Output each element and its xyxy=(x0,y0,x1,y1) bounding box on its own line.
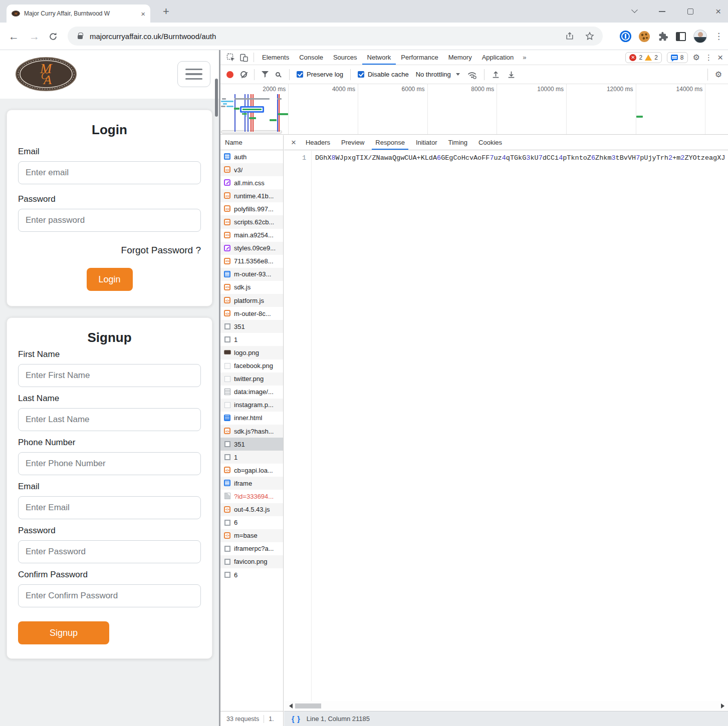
request-row-platform-js[interactable]: platform.js xyxy=(220,294,283,307)
request-row-out-4-5-43-js[interactable]: out-4.5.43.js xyxy=(220,503,283,516)
request-row-polyfills-997[interactable]: polyfills.997... xyxy=(220,202,283,215)
detail-tab-response[interactable]: Response xyxy=(370,135,410,150)
lock-icon[interactable] xyxy=(78,35,83,39)
request-row-twitter-png[interactable]: twitter.png xyxy=(220,373,283,386)
device-toolbar-icon[interactable] xyxy=(237,53,251,62)
window-close-icon[interactable]: × xyxy=(715,7,721,16)
close-detail-icon[interactable]: × xyxy=(287,138,300,148)
cookie-extension-icon[interactable] xyxy=(639,31,650,42)
address-bar[interactable]: majorcurryaffair.co.uk/Burntwood/auth xyxy=(68,27,603,46)
scroll-right-icon[interactable] xyxy=(721,703,724,708)
signup-input-password[interactable] xyxy=(18,540,201,563)
url-text[interactable]: majorcurryaffair.co.uk/Burntwood/auth xyxy=(90,32,558,41)
response-hscrollbar[interactable] xyxy=(284,701,728,711)
signup-input-email[interactable] xyxy=(18,496,201,519)
request-row-v3[interactable]: v3/ xyxy=(220,163,283,176)
devtools-tab-memory[interactable]: Memory xyxy=(443,50,477,65)
signup-button[interactable]: Signup xyxy=(18,621,109,644)
menu-toggle-button[interactable] xyxy=(177,61,210,87)
record-network-log-icon[interactable] xyxy=(226,71,233,78)
more-tabs-button[interactable]: » xyxy=(519,50,530,65)
throttling-dropdown[interactable]: No throttling xyxy=(416,71,460,78)
password-manager-extension-icon[interactable] xyxy=(620,31,631,42)
devtools-menu-icon[interactable]: ⋮ xyxy=(705,53,712,62)
preserve-log-checkbox[interactable]: Preserve log xyxy=(297,71,343,78)
profile-avatar[interactable] xyxy=(693,30,707,43)
request-row-6[interactable]: 6 xyxy=(220,568,283,581)
tab-close-icon[interactable]: × xyxy=(141,10,145,18)
share-icon[interactable] xyxy=(565,31,575,41)
request-row-data-image[interactable]: data:image/... xyxy=(220,386,283,399)
signup-input-last-name[interactable] xyxy=(18,408,201,431)
login-button[interactable]: Login xyxy=(87,268,133,291)
detail-tab-cookies[interactable]: Cookies xyxy=(473,135,508,150)
new-tab-button[interactable]: + xyxy=(163,5,169,18)
request-row-styles-09ce9[interactable]: styles.09ce9... xyxy=(220,242,283,255)
request-row-scripts-62cb[interactable]: scripts.62cb... xyxy=(220,215,283,228)
devtools-tab-performance[interactable]: Performance xyxy=(396,50,443,65)
network-conditions-icon[interactable] xyxy=(467,70,477,79)
devtools-settings-icon[interactable]: ⚙ xyxy=(693,53,700,62)
request-row-m-outer-8c[interactable]: m-outer-8c... xyxy=(220,307,283,320)
request-row-auth[interactable]: auth xyxy=(220,150,283,163)
request-row-m-base[interactable]: m=base xyxy=(220,529,283,542)
request-row-1[interactable]: 1 xyxy=(220,333,283,346)
request-row-m-outer-93[interactable]: m-outer-93... xyxy=(220,268,283,281)
request-row-id-333694[interactable]: ?id=333694... xyxy=(220,490,283,503)
request-row-all-min-css[interactable]: all.min.css xyxy=(220,176,283,189)
import-har-icon[interactable] xyxy=(492,70,500,79)
window-chevron-icon[interactable] xyxy=(631,7,638,13)
side-panel-icon[interactable] xyxy=(676,32,686,41)
network-overview-timeline[interactable]: 2000 ms4000 ms6000 ms8000 ms10000 ms1200… xyxy=(220,84,728,135)
request-row-351[interactable]: 351 xyxy=(220,438,283,451)
request-row-351[interactable]: 351 xyxy=(220,320,283,333)
browser-menu-icon[interactable]: ⋮ xyxy=(714,31,723,42)
signup-input-confirm-password[interactable] xyxy=(18,584,201,607)
detail-tab-initiator[interactable]: Initiator xyxy=(410,135,443,150)
disable-cache-checkbox[interactable]: Disable cache xyxy=(358,71,409,78)
name-column-header[interactable]: Name xyxy=(220,135,283,150)
scroll-left-icon[interactable] xyxy=(289,703,293,708)
request-row-instagram-p[interactable]: instagram.p... xyxy=(220,399,283,412)
request-row-711-5356e8[interactable]: 711.5356e8... xyxy=(220,255,283,268)
devtools-tab-sources[interactable]: Sources xyxy=(328,50,362,65)
forward-button[interactable]: → xyxy=(29,23,40,50)
request-row-runtime-41b[interactable]: runtime.41b... xyxy=(220,189,283,202)
window-minimize-icon[interactable] xyxy=(659,11,665,12)
signup-input-first-name[interactable] xyxy=(18,364,201,387)
request-row-cb-gapi-loa[interactable]: cb=gapi.loa... xyxy=(220,464,283,477)
devtools-tab-console[interactable]: Console xyxy=(294,50,328,65)
scrollbar-thumb[interactable] xyxy=(295,703,321,708)
login-email-input[interactable] xyxy=(18,161,201,184)
login-password-input[interactable] xyxy=(18,209,201,232)
request-row-sdk-js-hash[interactable]: sdk.js?hash... xyxy=(220,425,283,438)
request-row-inner-html[interactable]: inner.html xyxy=(220,412,283,425)
back-button[interactable]: ← xyxy=(9,23,19,50)
devtools-close-icon[interactable]: × xyxy=(717,52,723,63)
network-settings-icon[interactable]: ⚙ xyxy=(715,70,722,79)
request-row-iframe[interactable]: iframe xyxy=(220,477,283,490)
request-row-facebook-png[interactable]: facebook.png xyxy=(220,359,283,373)
search-icon[interactable] xyxy=(276,72,280,77)
page-scrollbar[interactable] xyxy=(215,79,218,117)
window-maximize-icon[interactable] xyxy=(687,9,693,15)
detail-tab-timing[interactable]: Timing xyxy=(443,135,473,150)
devtools-tab-elements[interactable]: Elements xyxy=(257,50,294,65)
detail-tab-preview[interactable]: Preview xyxy=(336,135,370,150)
devtools-tab-network[interactable]: Network xyxy=(362,50,396,65)
overview-brush-handle[interactable] xyxy=(221,130,282,134)
bookmark-star-icon[interactable] xyxy=(585,31,595,41)
detail-tab-headers[interactable]: Headers xyxy=(300,135,336,150)
forgot-password-link[interactable]: Forgot Password ? xyxy=(18,245,201,256)
request-row-1[interactable]: 1 xyxy=(220,451,283,464)
request-row-iframerpc-a[interactable]: iframerpc?a... xyxy=(220,542,283,555)
extensions-puzzle-icon[interactable] xyxy=(657,31,668,42)
filter-icon[interactable] xyxy=(262,71,269,78)
browser-tab[interactable]: M Major Curry Affair, Burntwood W × xyxy=(7,5,150,23)
errors-warnings-badge[interactable]: ✕ 2 2 xyxy=(625,52,661,63)
request-row-logo-png[interactable]: logo.png xyxy=(220,346,283,359)
request-row-6[interactable]: 6 xyxy=(220,516,283,529)
inspect-element-icon[interactable] xyxy=(224,53,237,62)
issues-badge[interactable]: 8 xyxy=(667,52,688,63)
request-row-main-a9254[interactable]: main.a9254... xyxy=(220,229,283,242)
